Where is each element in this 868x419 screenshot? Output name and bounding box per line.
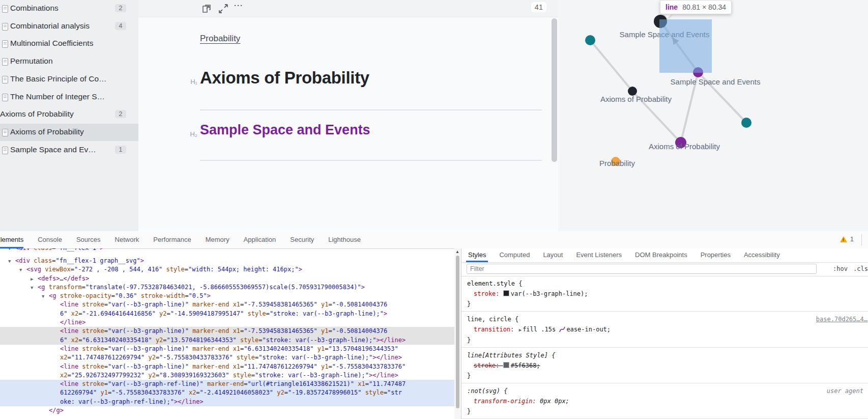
styles-filter-input[interactable] bbox=[467, 264, 817, 274]
dom-tree-row[interactable]: 612269794" y1="-5.755830433783376" x2="-… bbox=[0, 388, 454, 397]
sidebar-item[interactable]: Multinomial Coefficients bbox=[0, 35, 138, 52]
graph-node-label: Axioms of Probability bbox=[600, 95, 672, 103]
devtools-tab-performance[interactable]: Performance bbox=[153, 231, 191, 248]
devtools-tab-elements[interactable]: Elements bbox=[0, 231, 23, 248]
breadcrumb[interactable]: Probability bbox=[200, 34, 240, 44]
devtools-panel: ElementsConsoleSourcesNetworkPerformance… bbox=[0, 231, 868, 419]
dom-tree-row[interactable]: ▼<g transform="translate(-97.75328784634… bbox=[0, 283, 454, 292]
section-title-h2[interactable]: Sample Space and Events bbox=[200, 122, 370, 138]
dom-row-code: <g stroke-opacity="0.36" stroke-width="0… bbox=[49, 292, 211, 300]
document-scrollbar[interactable] bbox=[552, 18, 557, 162]
dom-tree-row[interactable]: ▼<div class="fn__flex-1 graph__svg"> bbox=[0, 257, 454, 265]
css-selector[interactable]: :not(svg) { bbox=[467, 386, 868, 396]
graph-panel: Sample Space and EventsSample Space and … bbox=[558, 0, 868, 231]
css-property[interactable]: transform-origin: 0px 0px; bbox=[467, 396, 868, 406]
expand-shorthand-icon[interactable]: ▶ bbox=[519, 327, 522, 332]
h1-gutter-label: H₁ bbox=[181, 78, 197, 86]
devtools-tabs: ElementsConsoleSourcesNetworkPerformance… bbox=[0, 231, 368, 248]
devtools-tab-security[interactable]: Security bbox=[290, 231, 314, 248]
devtools-tab-console[interactable]: Console bbox=[38, 231, 62, 248]
expand-toggle-icon[interactable]: ▼ bbox=[42, 292, 44, 301]
expand-toggle-icon[interactable]: ▶ bbox=[31, 275, 33, 284]
sidebar-item-label: Multinomial Coefficients bbox=[10, 39, 93, 48]
dom-tree-row[interactable]: <line stroke="var(--b3-graph-line)" mark… bbox=[0, 345, 454, 353]
hover-state-toggle[interactable]: :hov bbox=[833, 265, 848, 272]
sidebar-item[interactable]: Combinations2 bbox=[0, 0, 138, 17]
dom-tree-row[interactable]: 6" x2="6.631340240335418" y2="13.5704819… bbox=[0, 336, 454, 345]
devtools-tab-lighthouse[interactable]: Lighthouse bbox=[328, 231, 361, 248]
dom-tree-row[interactable]: ▼<g stroke-opacity="0.36" stroke-width="… bbox=[0, 292, 454, 300]
dom-row-code: x2="25.926732497799232" y2="8.3089391693… bbox=[60, 371, 398, 380]
styles-pane-tab-accessibility[interactable]: Accessibility bbox=[744, 248, 780, 262]
css-selector[interactable]: line, circle { bbox=[467, 314, 868, 324]
devtools-tab-application[interactable]: Application bbox=[244, 231, 276, 248]
css-property[interactable]: transition: ▶fill .15s ease-in-out; bbox=[467, 324, 868, 335]
dom-row-code: oke: var(--b3-graph-ref-line);"></line> bbox=[60, 398, 204, 406]
dom-tree-row[interactable]: 6" x2="-21.69464164416856" y2="-14.59094… bbox=[0, 310, 454, 318]
inspect-tooltip: line 80.81 × 80.34 bbox=[660, 0, 732, 14]
styles-pane-tab-computed[interactable]: Computed bbox=[499, 248, 530, 262]
sidebar-item[interactable]: Combinatorial analysis4 bbox=[0, 18, 138, 35]
dom-row-code: 6" x2="-21.69464164416856" y2="-14.59094… bbox=[60, 310, 387, 318]
styles-pane: StylesComputedLayoutEvent ListenersDOM B… bbox=[461, 248, 868, 419]
dom-tree-row[interactable]: </g> bbox=[0, 406, 454, 415]
css-property[interactable]: stroke: var(--b3-graph-line); bbox=[467, 289, 868, 299]
dom-row-code: <line stroke="var(--b3-graph-line)" mark… bbox=[60, 362, 406, 371]
expand-toggle-icon[interactable]: ▼ bbox=[31, 284, 33, 292]
graph-node-teal-right[interactable] bbox=[741, 118, 751, 128]
sidebar-item[interactable]: Axioms of Probability bbox=[0, 124, 138, 141]
dom-tree-row[interactable]: <line stroke="var(--b3-graph-line)" mark… bbox=[0, 300, 454, 309]
more-options-icon[interactable]: ··· bbox=[234, 1, 244, 11]
scrollbar-up-arrow[interactable]: ▲ bbox=[455, 249, 459, 254]
sidebar-item[interactable]: The Number of Integer S… bbox=[0, 89, 138, 106]
styles-pane-tab-layout[interactable]: Layout bbox=[543, 248, 563, 262]
css-property[interactable]: stroke: #5f6368; bbox=[467, 360, 868, 371]
devtools-tab-sources[interactable]: Sources bbox=[76, 231, 101, 248]
warning-counter[interactable]: 1 bbox=[840, 235, 854, 243]
sidebar-item[interactable]: The Basic Principle of Co… bbox=[0, 71, 138, 88]
dom-tree-row[interactable]: oke: var(--b3-graph-ref-line);"></line> bbox=[0, 398, 454, 406]
styles-pane-tab-event-listeners[interactable]: Event Listeners bbox=[576, 248, 622, 262]
fullscreen-icon[interactable] bbox=[218, 4, 228, 14]
scrollbar-thumb[interactable] bbox=[456, 256, 459, 408]
classes-toggle[interactable]: .cls bbox=[853, 265, 868, 272]
styles-pane-tab-dom-breakpoints[interactable]: DOM Breakpoints bbox=[635, 248, 687, 262]
open-in-new-window-icon[interactable] bbox=[201, 4, 212, 14]
document-icon bbox=[2, 40, 8, 48]
dom-row-code: <defs>…</defs> bbox=[38, 274, 89, 283]
dom-tree-row[interactable]: ▼<div class="fn__flex-1"> bbox=[0, 248, 454, 253]
sidebar-item[interactable]: Permutation bbox=[0, 53, 138, 70]
sidebar-item-label: Permutation bbox=[10, 57, 53, 66]
dom-tree-row[interactable]: <line stroke="var(--b3-graph-ref-line)" … bbox=[0, 380, 454, 388]
dom-row-code: <div class="fn__flex-1 graph__svg"> bbox=[15, 257, 144, 265]
inspect-tooltip-dimensions: 80.81 × 80.34 bbox=[682, 3, 726, 11]
color-swatch[interactable] bbox=[503, 290, 509, 296]
dom-row-code: </line> bbox=[60, 318, 86, 327]
elements-scrollbar[interactable]: ▲ bbox=[454, 248, 461, 419]
sidebar-item[interactable]: Sample Space and Ev…1 bbox=[0, 142, 138, 159]
dom-tree-row[interactable]: ▼<svg viewBox="-272 , -208 , 544, 416" s… bbox=[0, 265, 454, 274]
graph-node-teal-left[interactable] bbox=[585, 35, 595, 45]
expand-toggle-icon[interactable]: ▼ bbox=[19, 266, 22, 274]
css-rule-section: element.style {stroke: var(--b3-graph-li… bbox=[461, 276, 868, 312]
expand-toggle-icon[interactable]: ▼ bbox=[8, 248, 11, 253]
dom-tree-row[interactable]: ▶<defs>…</defs> bbox=[0, 274, 454, 283]
css-selector[interactable]: element.style { bbox=[467, 278, 868, 289]
sidebar-item[interactable]: Axioms of Probability2 bbox=[0, 106, 138, 123]
expand-toggle-icon[interactable]: ▼ bbox=[8, 257, 11, 266]
screen: Combinations2Combinatorial analysis4Mult… bbox=[0, 0, 868, 419]
dom-tree-row[interactable]: <line stroke="var(--b3-graph-line)" mark… bbox=[0, 327, 454, 336]
styles-pane-tab-styles[interactable]: Styles bbox=[468, 248, 486, 262]
dom-tree-row[interactable]: x2="25.926732497799232" y2="8.3089391693… bbox=[0, 371, 454, 380]
devtools-tab-memory[interactable]: Memory bbox=[206, 231, 229, 248]
dom-tree-row[interactable]: </line> bbox=[0, 318, 454, 327]
dom-tree-row[interactable]: <line stroke="var(--b3-graph-line)" mark… bbox=[0, 362, 454, 371]
css-selector[interactable]: line[Attributes Style] { bbox=[467, 350, 868, 360]
page-title-h1[interactable]: Axioms of Probability bbox=[200, 68, 369, 88]
styles-pane-tab-properties[interactable]: Properties bbox=[701, 248, 731, 262]
stylesheet-source-link[interactable]: base.70d265…4… bbox=[816, 314, 867, 324]
bezier-curve-icon[interactable] bbox=[559, 326, 566, 333]
devtools-tab-network[interactable]: Network bbox=[115, 231, 139, 248]
dom-tree-row[interactable]: x2="11.747487612269794" y2="-5.755830433… bbox=[0, 353, 454, 362]
color-swatch[interactable] bbox=[503, 362, 509, 368]
